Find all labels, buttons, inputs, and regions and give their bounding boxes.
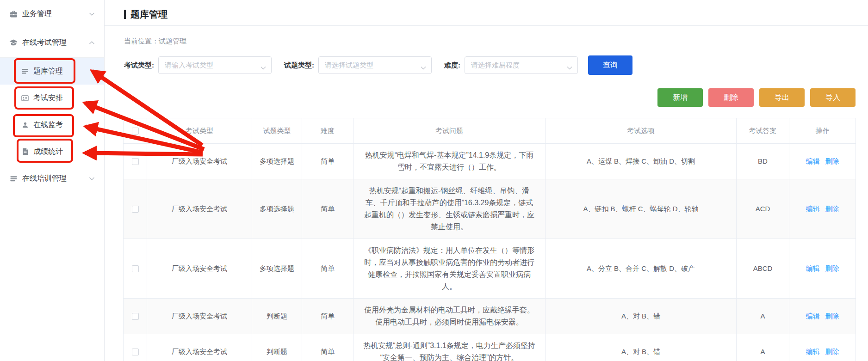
row-edit-link[interactable]: 编辑: [806, 348, 820, 355]
list-icon: [21, 67, 29, 75]
cell-options: A、链扣 B、螺杆 C、蜗母轮 D、轮轴: [546, 179, 737, 239]
difficulty-select[interactable]: 请选择难易程度: [465, 56, 578, 74]
sidebar-divider: [0, 192, 104, 192]
sidebar-item-score-statistics[interactable]: 成绩统计: [0, 138, 104, 165]
breadcrumb: 当前位置：试题管理: [124, 37, 868, 45]
sidebar-item-question-bank[interactable]: 题库管理: [0, 58, 104, 85]
row-edit-link[interactable]: 编辑: [806, 205, 820, 213]
import-button[interactable]: 导入: [810, 88, 856, 107]
select-all-checkbox[interactable]: [132, 128, 139, 135]
cell-question: 《职业病防治法》规定：用人单位在发生（）等情形时，应当对从事接触职业病危害的作业…: [353, 239, 546, 299]
row-checkbox-cell: [124, 239, 147, 299]
cell-exam-type: 厂级入场安全考试: [147, 179, 252, 239]
cell-actions: 编辑删除: [789, 144, 856, 179]
row-edit-link[interactable]: 编辑: [806, 157, 820, 165]
export-button[interactable]: 导出: [759, 88, 805, 107]
chevron-down-icon: [89, 12, 95, 16]
row-delete-link[interactable]: 删除: [825, 264, 839, 272]
chevron-down-icon: [421, 63, 426, 72]
graduation-cap-icon: [9, 39, 18, 47]
row-checkbox[interactable]: [132, 349, 139, 355]
sidebar-item-business-management[interactable]: 业务管理: [0, 0, 104, 28]
sidebar-item-label: 在线培训管理: [22, 174, 67, 184]
column-header: 操作: [789, 118, 856, 144]
sidebar-item-online-exam-management[interactable]: 在线考试管理: [0, 28, 104, 57]
question-bank-management-page: 业务管理 在线考试管理 题库管理 考试安排: [0, 0, 868, 361]
difficulty-label: 难度:: [444, 61, 460, 70]
column-header: 考试选项: [546, 118, 737, 144]
sidebar-item-label: 考试安排: [33, 93, 63, 103]
table-row: 厂级入场安全考试多项选择题简单热机安规“电焊和气焊-基本规定”14.1.9条规定…: [124, 144, 856, 179]
row-delete-link[interactable]: 删除: [825, 205, 839, 213]
cell-answer: ACD: [737, 179, 789, 239]
search-button[interactable]: 查询: [588, 55, 632, 75]
table-body: 厂级入场安全考试多项选择题简单热机安规“电焊和气焊-基本规定”14.1.9条规定…: [124, 144, 856, 361]
cell-question: 热机安规“起重和搬运-钢丝绳、纤维绳、吊钩、滑车、千斤顶和手拉葫芦的使用”16.…: [353, 179, 546, 239]
table-row: 厂级入场安全考试多项选择题简单《职业病防治法》规定：用人单位在发生（）等情形时，…: [124, 239, 856, 299]
table-header-row: 考试类型试题类型难度考试问题考试选项考试答案操作: [124, 118, 856, 144]
cell-answer: A: [737, 334, 789, 361]
page-title-row: 题库管理: [105, 0, 868, 21]
cell-difficulty: 简单: [302, 239, 353, 299]
cell-options: A、分立 B、合并 C、解散 D、破产: [546, 239, 737, 299]
exam-type-select[interactable]: 请输入考试类型: [158, 56, 272, 74]
question-type-label: 试题类型:: [284, 61, 314, 70]
cell-difficulty: 简单: [302, 179, 353, 239]
column-header: 考试答案: [737, 118, 789, 144]
question-type-placeholder: 请选择试题类型: [325, 61, 373, 70]
actions-row: 新增 删除 导出 导入: [105, 88, 856, 107]
cell-answer: ABCD: [737, 239, 789, 299]
row-edit-link[interactable]: 编辑: [806, 264, 820, 272]
cell-question-type: 多项选择题: [252, 179, 302, 239]
row-checkbox-cell: [124, 299, 147, 334]
cell-question-type: 判断题: [252, 334, 302, 361]
title-divider: [105, 25, 868, 26]
cell-difficulty: 简单: [302, 299, 353, 334]
main-content: 题库管理 当前位置：试题管理 考试类型: 请输入考试类型 试题类型: 请选择试题…: [105, 0, 868, 361]
column-header: 难度: [302, 118, 353, 144]
sidebar-item-exam-schedule[interactable]: 考试安排: [0, 85, 104, 111]
question-type-select[interactable]: 请选择试题类型: [318, 56, 432, 74]
cell-actions: 编辑删除: [789, 179, 856, 239]
cell-question: 使用外壳为金属材料的电动工具时，应戴绝缘手套。使用电动工具时，必须同时使用漏电保…: [353, 299, 546, 334]
row-delete-link[interactable]: 删除: [825, 312, 839, 320]
sidebar: 业务管理 在线考试管理 题库管理 考试安排: [0, 0, 105, 361]
cell-options: A、对 B、错: [546, 299, 737, 334]
row-checkbox-cell: [124, 334, 147, 361]
exam-type-label: 考试类型:: [124, 61, 154, 70]
table-row: 厂级入场安全考试判断题简单热机安规“总则-通则”3.1.1条规定，电力生产必须坚…: [124, 334, 856, 361]
question-table: 考试类型试题类型难度考试问题考试选项考试答案操作 厂级入场安全考试多项选择题简单…: [123, 118, 856, 361]
cell-actions: 编辑删除: [789, 239, 856, 299]
cell-options: A、对 B、错: [546, 334, 737, 361]
exam-type-placeholder: 请输入考试类型: [165, 61, 213, 70]
cell-question: 热机安规“电焊和气焊-基本规定”14.1.9条规定，下雨雪时，不宜露天进行（）工…: [353, 144, 546, 179]
title-accent-bar: [124, 10, 126, 19]
row-delete-link[interactable]: 删除: [825, 157, 839, 165]
cell-actions: 编辑删除: [789, 334, 856, 361]
chevron-down-icon: [567, 63, 572, 72]
cell-exam-type: 厂级入场安全考试: [147, 239, 252, 299]
delete-button[interactable]: 删除: [708, 88, 754, 107]
add-button[interactable]: 新增: [657, 88, 703, 107]
question-table-wrapper: 考试类型试题类型难度考试问题考试选项考试答案操作 厂级入场安全考试多项选择题简单…: [123, 118, 856, 361]
cell-difficulty: 简单: [302, 144, 353, 179]
document-icon: [21, 148, 29, 155]
row-delete-link[interactable]: 删除: [825, 348, 839, 355]
row-edit-link[interactable]: 编辑: [806, 312, 820, 320]
row-checkbox[interactable]: [132, 265, 139, 272]
column-header: 试题类型: [252, 118, 302, 144]
chevron-down-icon: [89, 177, 95, 181]
row-checkbox[interactable]: [132, 158, 139, 165]
cell-question-type: 多项选择题: [252, 144, 302, 179]
cell-exam-type: 厂级入场安全考试: [147, 144, 252, 179]
row-checkbox[interactable]: [132, 313, 139, 320]
table-row: 厂级入场安全考试判断题简单使用外壳为金属材料的电动工具时，应戴绝缘手套。使用电动…: [124, 299, 856, 334]
cell-exam-type: 厂级入场安全考试: [147, 299, 252, 334]
cell-options: A、运煤 B、焊接 C、卸油 D、切割: [546, 144, 737, 179]
difficulty-placeholder: 请选择难易程度: [471, 61, 520, 70]
sidebar-item-online-training-management[interactable]: 在线培训管理: [0, 165, 104, 192]
sidebar-item-online-proctoring[interactable]: 在线监考: [0, 111, 104, 138]
row-checkbox[interactable]: [132, 206, 139, 213]
cell-answer: BD: [737, 144, 789, 179]
page-title: 题库管理: [130, 8, 167, 21]
